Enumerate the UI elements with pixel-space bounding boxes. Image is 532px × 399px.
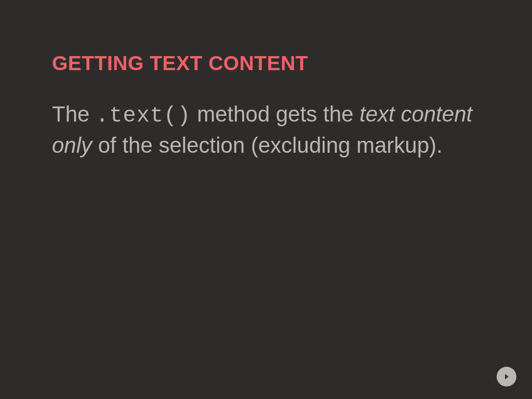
body-prefix: The xyxy=(52,102,96,126)
slide-heading: GETTING TEXT CONTENT xyxy=(52,52,480,75)
next-slide-button[interactable] xyxy=(497,367,516,387)
slide-body: The .text() method gets the text content… xyxy=(52,100,480,160)
code-snippet: .text() xyxy=(96,103,191,128)
body-mid: method gets the xyxy=(191,102,360,126)
body-suffix: of the selection (excluding markup). xyxy=(92,133,443,157)
arrow-right-icon xyxy=(501,371,512,382)
slide: GETTING TEXT CONTENT The .text() method … xyxy=(0,0,532,399)
